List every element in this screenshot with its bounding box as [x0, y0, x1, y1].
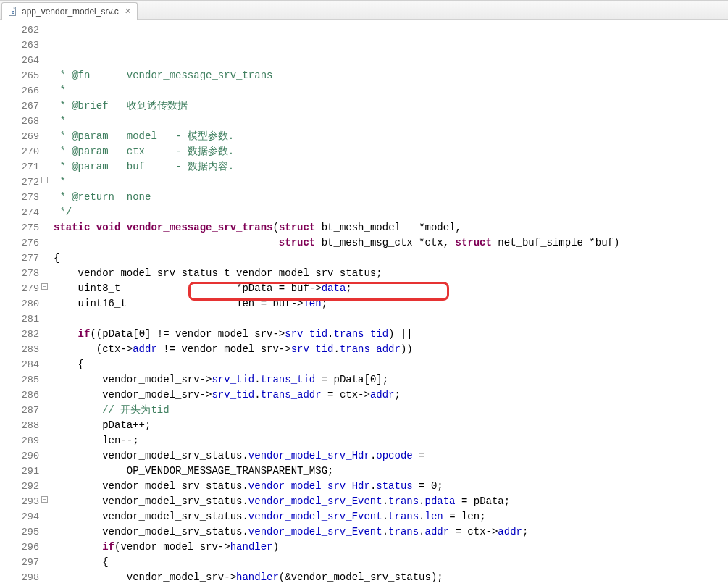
- code-line[interactable]: vendor_model_srv->srv_tid.trans_addr = c…: [54, 388, 728, 403]
- line-number: 282: [0, 327, 39, 342]
- code-line[interactable]: * @param model - 模型参数.: [54, 129, 728, 144]
- line-number: 296: [0, 540, 39, 555]
- code-line[interactable]: *: [54, 114, 728, 129]
- code-line[interactable]: struct bt_mesh_msg_ctx *ctx, struct net_…: [54, 235, 728, 251]
- code-line[interactable]: vendor_model_srv_status.vendor_model_srv…: [54, 524, 728, 540]
- line-number: 269: [0, 129, 39, 144]
- line-number: 290: [0, 448, 39, 464]
- code-line[interactable]: vendor_model_srv_status.vendor_model_srv…: [54, 494, 728, 509]
- code-editor[interactable]: 262263264265266267268269270271272−273274…: [0, 20, 728, 586]
- line-number: 275: [0, 220, 39, 235]
- editor-tab-active[interactable]: c app_vendor_model_srv.c ✕: [1, 2, 138, 20]
- line-number: 298: [0, 570, 39, 585]
- code-line[interactable]: vendor_model_srv_status.vendor_model_srv…: [54, 448, 728, 464]
- line-number: 286: [0, 388, 39, 403]
- code-line[interactable]: vendor_model_srv->srv_tid.trans_tid = pD…: [54, 372, 728, 388]
- line-number: 276: [0, 235, 39, 251]
- code-line[interactable]: len--;: [54, 433, 728, 448]
- code-line[interactable]: vendor_model_srv_status.vendor_model_srv…: [54, 479, 728, 494]
- line-number: 263: [0, 38, 39, 53]
- code-line[interactable]: // 开头为tid: [54, 403, 728, 418]
- code-line[interactable]: *: [54, 83, 728, 99]
- line-number: 295: [0, 524, 39, 540]
- c-file-icon: c: [8, 7, 18, 17]
- line-number: 281: [0, 311, 39, 327]
- line-number: 283: [0, 342, 39, 357]
- code-line[interactable]: */: [54, 205, 728, 220]
- line-number: 293−: [0, 494, 39, 509]
- line-number: 279−: [0, 281, 39, 296]
- line-number: 297: [0, 555, 39, 570]
- line-number: 270: [0, 144, 39, 159]
- line-number: 268: [0, 114, 39, 129]
- line-number: 284: [0, 357, 39, 372]
- line-number: 292: [0, 479, 39, 494]
- code-line[interactable]: {: [54, 555, 728, 570]
- line-number: 278: [0, 266, 39, 281]
- line-number: 264: [0, 53, 39, 68]
- code-line[interactable]: * @fn vendor_message_srv_trans: [54, 68, 728, 83]
- code-line[interactable]: * @param buf - 数据内容.: [54, 159, 728, 175]
- line-number: 262: [0, 22, 39, 38]
- code-area[interactable]: * @fn vendor_message_srv_trans * * @brie…: [43, 20, 728, 586]
- code-line[interactable]: * @param ctx - 数据参数.: [54, 144, 728, 159]
- line-number: 294: [0, 509, 39, 524]
- line-number: 271: [0, 159, 39, 175]
- code-line[interactable]: uint16_t len = buf->len;: [54, 296, 728, 311]
- line-number: 287: [0, 403, 39, 418]
- code-line[interactable]: vendor_model_srv_status_t vendor_model_s…: [54, 266, 728, 281]
- line-number-gutter: 262263264265266267268269270271272−273274…: [0, 20, 43, 586]
- line-number: 274: [0, 205, 39, 220]
- code-line[interactable]: [54, 311, 728, 327]
- line-number: 265: [0, 68, 39, 83]
- line-number: 267: [0, 99, 39, 114]
- code-line[interactable]: {: [54, 251, 728, 266]
- code-line[interactable]: (ctx->addr != vendor_model_srv->srv_tid.…: [54, 342, 728, 357]
- code-line[interactable]: {: [54, 357, 728, 372]
- line-number: 273: [0, 190, 39, 205]
- tab-filename: app_vendor_model_srv.c: [22, 7, 119, 17]
- code-line[interactable]: uint8_t *pData = buf->data;: [54, 281, 728, 296]
- code-line[interactable]: * @brief 收到透传数据: [54, 99, 728, 114]
- code-line[interactable]: if((pData[0] != vendor_model_srv->srv_ti…: [54, 327, 728, 342]
- line-number: 285: [0, 372, 39, 388]
- close-icon[interactable]: ✕: [125, 7, 131, 16]
- code-line[interactable]: *: [54, 175, 728, 190]
- line-number: 277: [0, 251, 39, 266]
- code-line[interactable]: OP_VENDOR_MESSAGE_TRANSPARENT_MSG;: [54, 464, 728, 479]
- line-number: 288: [0, 418, 39, 433]
- line-number: 266: [0, 83, 39, 99]
- code-line[interactable]: pData++;: [54, 418, 728, 433]
- code-line[interactable]: vendor_model_srv->handler(&vendor_model_…: [54, 570, 728, 585]
- code-line[interactable]: if(vendor_model_srv->handler): [54, 540, 728, 555]
- line-number: 291: [0, 464, 39, 479]
- line-number: 289: [0, 433, 39, 448]
- code-line[interactable]: vendor_model_srv_status.vendor_model_srv…: [54, 509, 728, 524]
- code-line[interactable]: * @return none: [54, 190, 728, 205]
- svg-text:c: c: [12, 9, 14, 14]
- line-number: 280: [0, 296, 39, 311]
- line-number: 272−: [0, 175, 39, 190]
- editor-tab-bar: c app_vendor_model_srv.c ✕: [0, 1, 728, 20]
- code-line[interactable]: static void vendor_message_srv_trans(str…: [54, 220, 728, 235]
